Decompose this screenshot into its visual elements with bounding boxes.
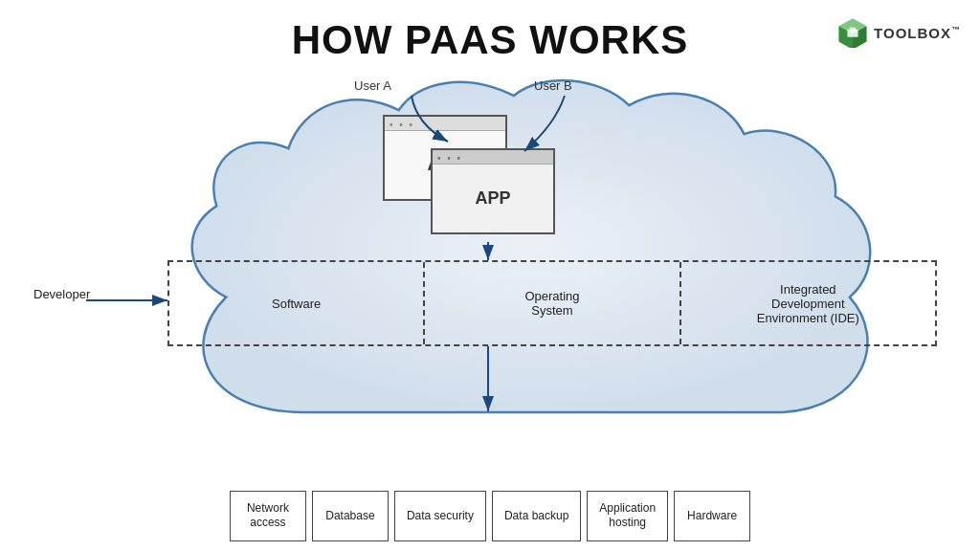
bottom-layer: Networkaccess Database Data security Dat… [0,491,980,541]
software-box: Software [169,262,425,344]
page-title: HOW PAAS WORKS [0,17,980,63]
toolbox-logo: TOOLBOX™ [837,17,961,48]
bottom-box-database: Database [312,491,389,541]
app-box-front: • • • APP [431,148,555,234]
bottom-box-data-backup: Data backup [492,491,581,541]
bottom-box-application-hosting: Applicationhosting [587,491,668,541]
toolbox-name: TOOLBOX™ [874,25,961,41]
ide-box: IntegratedDevelopmentEnvironment (IDE) [681,262,935,344]
toolbox-icon [837,17,868,48]
svg-rect-5 [850,27,856,31]
bottom-box-data-security: Data security [394,491,486,541]
developer-label: Developer [33,287,90,301]
user-b-label: User B [534,78,572,93]
app-container: • • • APP • • • APP [383,115,555,239]
bottom-box-network-access: Networkaccess [230,491,306,541]
user-a-label: User A [354,78,391,93]
middle-layer: Software OperatingSystem IntegratedDevel… [167,260,937,346]
operating-system-box: OperatingSystem [425,262,680,344]
bottom-box-hardware: Hardware [674,491,750,541]
